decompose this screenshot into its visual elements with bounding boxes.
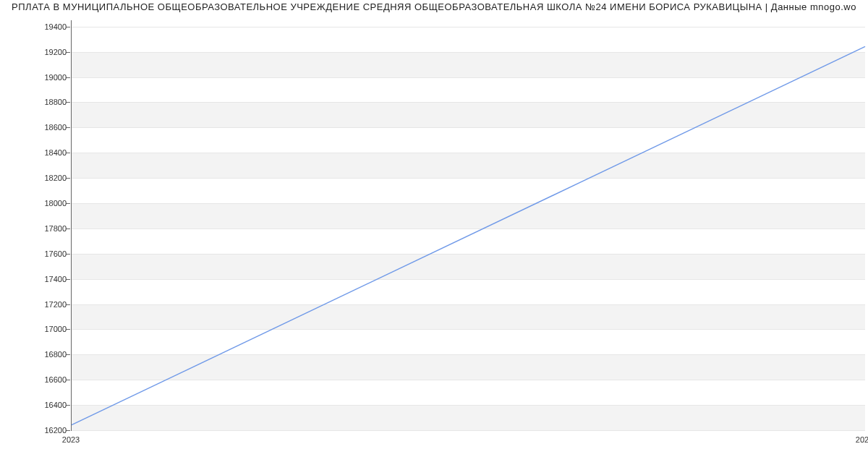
y-tick-label: 18800	[44, 98, 67, 106]
y-tick-label: 18000	[44, 199, 67, 208]
y-tick-label: 19000	[44, 73, 67, 82]
y-tick-label: 17400	[44, 275, 67, 283]
y-tick-label: 19400	[44, 22, 67, 31]
y-tick-label: 18200	[44, 174, 67, 182]
y-tick-label: 18400	[44, 148, 67, 157]
y-tick-label: 17200	[44, 300, 67, 309]
x-tick-label: 2023	[62, 435, 80, 444]
y-tick-label: 17800	[44, 224, 67, 233]
chart-container: РПЛАТА В МУНИЦИПАЛЬНОЕ ОБЩЕОБРАЗОВАТЕЛЬН…	[0, 0, 868, 470]
y-tick-label: 16400	[44, 401, 67, 409]
y-tick-label: 17600	[44, 249, 67, 258]
y-tick-label: 16200	[44, 426, 67, 435]
line-series	[72, 20, 865, 430]
y-tick-label: 16600	[44, 375, 67, 384]
chart-title: РПЛАТА В МУНИЦИПАЛЬНОЕ ОБЩЕОБРАЗОВАТЕЛЬН…	[0, 1, 868, 12]
plot-area	[71, 20, 865, 431]
y-tick-label: 19200	[44, 48, 67, 56]
y-tick-label: 16800	[44, 350, 67, 359]
y-grid-line	[72, 430, 865, 431]
y-tick-label: 17000	[44, 325, 67, 333]
x-tick-label: 2024	[856, 435, 868, 444]
data-line	[72, 46, 865, 424]
y-tick-label: 18600	[44, 123, 67, 132]
